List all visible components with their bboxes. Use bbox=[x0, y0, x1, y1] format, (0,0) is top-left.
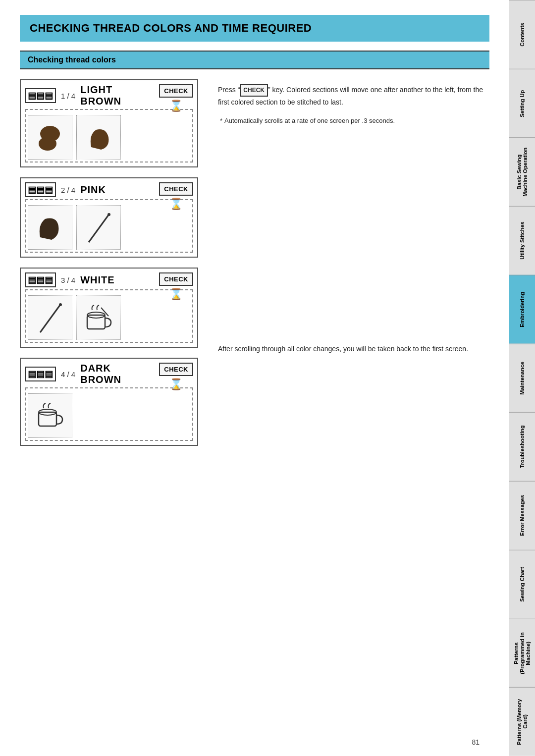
sidebar-tab-error-messages[interactable]: Error Messages bbox=[509, 481, 535, 550]
sidebar-tab-contents[interactable]: Contents bbox=[509, 0, 535, 69]
svg-line-4 bbox=[40, 305, 60, 332]
counter-2: 2 / 4 bbox=[61, 186, 75, 194]
counter-1: 1 / 4 bbox=[61, 92, 75, 100]
hourglass-4: ⌛ bbox=[169, 378, 183, 391]
after-scroll-text: After scrolling through all color change… bbox=[218, 343, 489, 354]
hourglass-1: ⌛ bbox=[169, 100, 183, 112]
check-area-3: CHECK ⌛ bbox=[159, 272, 193, 301]
image-4a bbox=[28, 393, 72, 438]
screen-4: ▤▤▤ 4 / 4 DARKBROWN bbox=[20, 358, 198, 446]
image-2a bbox=[28, 205, 72, 250]
section-title-bar: Checking thread colors bbox=[20, 51, 489, 69]
image-3b bbox=[76, 295, 121, 340]
image-1b bbox=[76, 115, 121, 160]
page-number: 81 bbox=[472, 738, 480, 746]
white-needle-icon bbox=[33, 300, 67, 335]
sidebar-tab-embroidering[interactable]: Embroidering bbox=[509, 275, 535, 344]
thread-icon-1: ▤▤▤ bbox=[25, 88, 56, 103]
hourglass-3: ⌛ bbox=[169, 288, 183, 301]
check-area-2: CHECK ⌛ bbox=[159, 182, 193, 211]
check-button-4[interactable]: CHECK bbox=[159, 363, 193, 376]
section-title: Checking thread colors bbox=[28, 55, 482, 64]
diagonal-needle-icon bbox=[81, 210, 116, 245]
press-check-paragraph: Press “CHECK” key. Colored sections will… bbox=[218, 84, 489, 108]
screen-3: ▤▤▤ 3 / 4 WHITE bbox=[20, 268, 198, 348]
image-1a bbox=[28, 115, 72, 160]
sidebar-tab-troubleshooting[interactable]: Troubleshooting bbox=[509, 412, 535, 481]
sidebar-tab-maintenance[interactable]: Maintenance bbox=[509, 344, 535, 413]
thread-icon-3: ▤▤▤ bbox=[25, 272, 56, 287]
sidebar-tab-patterns-programmed[interactable]: Patterns (Programmed in Machine) bbox=[509, 619, 535, 688]
check-area-4: CHECK ⌛ bbox=[159, 363, 193, 391]
screen-1: ▤▤▤ 1 / 4 LIGHTBROWN bbox=[20, 79, 198, 167]
sidebar-tab-basic-sewing[interactable]: Basic Sewing Machine Operation bbox=[509, 137, 535, 206]
counter-4: 4 / 4 bbox=[61, 370, 75, 378]
screen-4-images bbox=[25, 387, 193, 441]
screen-2: ▤▤▤ 2 / 4 PINK bbox=[20, 177, 198, 258]
svg-point-1 bbox=[39, 137, 56, 151]
sidebar-tab-patterns-memory[interactable]: Patterns (Memory Card) bbox=[509, 687, 535, 756]
hourglass-2: ⌛ bbox=[169, 198, 183, 211]
page-title: CHECKING THREAD COLORS AND TIME REQUIRED bbox=[30, 22, 480, 35]
check-button-3[interactable]: CHECK bbox=[159, 272, 193, 286]
pink-shape-icon bbox=[33, 210, 67, 245]
dark-cup-icon bbox=[33, 398, 67, 433]
check-key-inline: CHECK bbox=[240, 84, 268, 97]
thread-icon-2: ▤▤▤ bbox=[25, 182, 56, 197]
check-button-1[interactable]: CHECK bbox=[159, 84, 193, 98]
coffee-cup-icon bbox=[81, 300, 116, 335]
brown-blob-icon bbox=[33, 120, 67, 155]
brown-shape-icon bbox=[81, 120, 116, 155]
screens-column: ▤▤▤ 1 / 4 LIGHTBROWN bbox=[20, 79, 203, 446]
sidebar-tab-utility-stitches[interactable]: Utility Stitches bbox=[509, 206, 535, 275]
image-2b bbox=[76, 205, 121, 250]
auto-scroll-note: Automatically scrolls at a rate of one s… bbox=[218, 116, 489, 126]
sidebar-tab-sewing-chart[interactable]: Sewing Chart bbox=[509, 550, 535, 619]
text-column: Press “CHECK” key. Colored sections will… bbox=[218, 79, 489, 354]
svg-line-2 bbox=[89, 215, 108, 242]
thread-icon-4: ▤▤▤ bbox=[25, 367, 56, 381]
image-3a bbox=[28, 295, 72, 340]
sidebar-tab-setting-up[interactable]: Setting Up bbox=[509, 69, 535, 138]
svg-point-3 bbox=[107, 213, 110, 216]
check-button-2[interactable]: CHECK bbox=[159, 182, 193, 196]
check-area-1: CHECK ⌛ bbox=[159, 84, 193, 112]
sidebar: Contents Setting Up Basic Sewing Machine… bbox=[509, 0, 535, 756]
page-title-bar: CHECKING THREAD COLORS AND TIME REQUIRED bbox=[20, 15, 489, 42]
svg-point-5 bbox=[59, 303, 62, 306]
counter-3: 3 / 4 bbox=[61, 276, 75, 284]
screen-1-images bbox=[25, 109, 193, 162]
